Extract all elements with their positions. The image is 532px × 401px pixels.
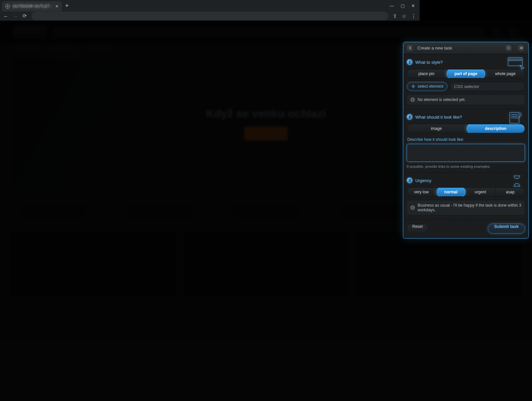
svg-point-3 [413,86,414,87]
kebab-menu-icon[interactable]: ⋮ [411,13,416,19]
reset-button[interactable]: Reset [407,224,420,233]
panel-header: Create a new task [403,42,420,54]
bookmark-icon[interactable]: ☆ [402,13,406,19]
panel-title: Create a new task [417,46,420,50]
description-textarea[interactable] [407,144,420,162]
address-bar: ← → ⟳ ⇪ ☆ ⋮ [0,11,420,21]
minimize-button[interactable]: — [390,3,394,8]
info-icon: i [410,205,415,210]
seg-image[interactable]: image [407,124,420,133]
step-number-1: 1 [407,59,413,65]
browser-chrome: OUTDOOR OUTLET - outlet st… ✕ + — ▢ ✕ ← … [0,0,420,21]
forward-button: → [13,13,18,19]
create-task-panel: Create a new task 1 What to style? place… [403,42,420,239]
no-element-message: i No element is selected yet. [407,94,420,105]
select-element-label: select element [418,84,420,89]
back-icon[interactable] [406,44,415,52]
seg-place-pin[interactable]: place pin [407,69,420,78]
style-target-segmented: place pin part of page whole page [407,69,420,78]
section-what-to-style: 1 What to style? place pin part of page … [403,54,420,109]
step-number-3: 3 [407,177,413,183]
section-urgency: 3 Urgency very low normal urgent asap i … [403,172,420,219]
look-type-segmented: image description [407,124,420,133]
tab-bar: OUTDOOR OUTLET - outlet st… ✕ + — ▢ ✕ [0,0,420,11]
back-button[interactable]: ← [3,13,8,19]
step-1-title: What to style? [415,60,420,65]
seg-very-low[interactable]: very low [407,188,420,196]
tab-title: OUTDOOR OUTLET - outlet st… [13,4,53,9]
step-2-title: What should it look like? [415,115,420,120]
share-icon[interactable]: ⇪ [393,13,397,19]
info-icon: i [410,97,415,102]
urgency-info-text: Business as usual - I'll be happy if the… [418,203,420,212]
description-field-label: Describe how it should look like: [407,137,420,142]
reload-button[interactable]: ⟳ [23,13,27,19]
window-controls: — ▢ ✕ [390,3,420,8]
panel-footer: Reset Submit task [403,219,420,238]
step-3-title: Urgency [415,178,420,183]
browser-tab[interactable]: OUTDOOR OUTLET - outlet st… ✕ [2,1,62,11]
omnibox[interactable] [32,12,388,20]
urgency-info: i Business as usual - I'll be happy if t… [407,200,420,215]
select-element-button[interactable]: select element [407,82,420,91]
no-element-text: No element is selected yet. [418,97,420,102]
close-tab-icon[interactable]: ✕ [55,4,59,9]
close-window-button[interactable]: ✕ [411,3,415,8]
page-viewport: Když se venku ochlazí Create a new task … [0,21,420,316]
globe-icon [5,4,10,9]
maximize-button[interactable]: ▢ [401,3,405,8]
section-look-like: 2 What should it look like? image descri… [403,109,420,172]
new-tab-button[interactable]: + [65,2,69,9]
description-hint: If possible, provide links to some exist… [407,164,420,168]
urgency-segmented: very low normal urgent asap [407,187,420,197]
step-number-2: 2 [407,114,413,120]
